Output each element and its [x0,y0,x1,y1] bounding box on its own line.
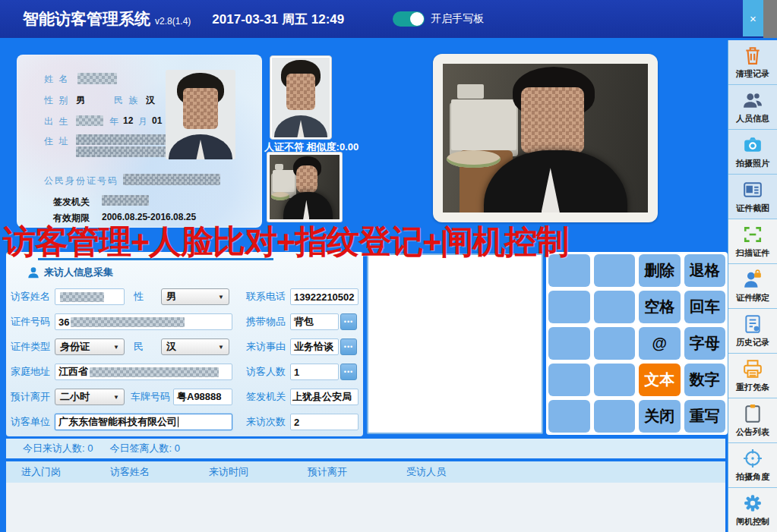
key-blank[interactable] [548,364,590,396]
carry-value: 背包 [294,315,314,329]
visitor-count-more-button[interactable]: ••• [340,364,357,380]
key-close[interactable]: 关闭 [639,400,681,433]
company-value: 广东东信智能科技有限公司 [58,415,177,429]
people-icon [743,90,763,110]
sidebar-item-label: 清理记录 [736,68,769,80]
card-validity-label: 有效期限 [53,212,90,225]
card-gender-label: 性 别 [44,94,69,107]
card-authority-redacted [102,195,149,206]
key-blank[interactable] [548,291,590,323]
sidebar-item-camera-angle[interactable]: 拍摄角度 [728,443,777,488]
card-idno-label: 公民身份证号码 [44,175,118,187]
ethnic-value: 汉 [166,340,176,354]
handwriting-toggle[interactable] [393,11,425,27]
portrait-face-pixelated [183,88,218,129]
sidebar-item-reprint-slip[interactable]: 重打凭条 [728,354,777,398]
visitor-name-label: 访客姓名 [11,288,50,305]
history-icon [743,314,763,334]
app-title: 智能访客管理系统 [23,8,150,30]
sidebar-item-label: 人员信息 [736,113,769,124]
sidebar-item-history[interactable]: 历史记录 [728,309,777,354]
company-input[interactable]: 广东东信智能科技有限公司 [55,414,232,430]
card-birth-year-redacted [76,115,103,126]
chevron-down-icon: ▼ [218,294,224,301]
key-blank[interactable] [594,291,636,323]
phone-value: 13922210502 [294,291,355,303]
sidebar-item-gate-control[interactable]: 闸机控制 [728,488,777,532]
key-at[interactable]: @ [639,327,681,360]
virtual-keyboard: 删除 退格 空格 回车 @ 字母 文本 数字 关闭 重写 [546,252,728,435]
key-blank[interactable] [594,400,636,433]
key-letters[interactable]: 字母 [684,327,726,360]
leave-time-label: 预计离开 [11,389,50,405]
id-type-select[interactable]: 身份证▼ [55,338,125,355]
ethnic-select[interactable]: 汉▼ [161,338,229,355]
card-name-label: 姓 名 [44,73,69,86]
card-year-label: 年 [109,115,120,128]
id-number-label: 证件号码 [11,313,50,330]
carry-label: 携带物品 [246,313,286,330]
key-enter[interactable]: 回车 [684,291,726,323]
authority-label: 签发机关 [246,389,286,405]
visitor-name-input[interactable] [55,288,125,305]
card-authority-label: 签发机关 [53,196,90,209]
visitors-today-count: 今日来访人数: 0 [23,442,93,455]
key-space[interactable]: 空格 [639,291,681,323]
sidebar-item-take-photo[interactable]: 拍摄照片 [728,130,777,175]
card-name-redacted [77,73,117,84]
col-visitor-name: 访客姓名 [95,465,194,479]
sidebar-item-personnel-info[interactable]: 人员信息 [728,85,777,130]
key-blank[interactable] [548,327,590,360]
col-host: 受访人员 [391,465,490,479]
title-bar: 智能访客管理系统 v2.8(1.4) 2017-03-31 周五 12:49 开… [0,0,763,38]
company-label: 访客单位 [11,414,50,430]
key-blank[interactable] [548,400,590,433]
trash-icon [743,46,763,65]
home-address-input[interactable]: 江西省 [55,364,232,380]
key-blank[interactable] [594,327,636,360]
key-delete[interactable]: 删除 [639,254,681,287]
carry-input[interactable]: 背包 [290,313,339,330]
redacted-name [60,292,104,302]
reason-value: 业务恰谈 [294,340,333,354]
id-number-input[interactable]: 36 [55,313,232,330]
scan-icon [743,225,763,244]
redacted-id-number [71,317,185,327]
id-type-label: 证件类型 [11,338,50,355]
home-address-label: 家庭地址 [11,364,50,380]
carry-more-button[interactable]: ••• [340,313,357,330]
sidebar-item-label: 公告列表 [736,427,769,438]
card-birth-day: 01 [152,115,162,126]
sidebar-item-id-screenshot[interactable]: 证件截图 [728,175,777,219]
sidebar-item-clear-records[interactable]: 清理记录 [728,40,777,85]
close-button[interactable]: × [743,0,763,36]
key-text-mode[interactable]: 文本 [639,364,681,396]
handwriting-pad[interactable] [367,253,543,434]
reason-more-button[interactable]: ••• [340,338,357,355]
captured-photo-thumbnail [267,153,342,222]
portrait-face-pixelated [286,74,315,110]
app-version: v2.8(1.4) [155,16,191,27]
plate-value: 粤A98888 [177,390,222,404]
chevron-down-icon: ▼ [218,344,224,351]
sidebar-item-id-binding[interactable]: 证件绑定 [728,264,777,309]
visit-times-input[interactable]: 2 [290,414,358,430]
scene-bowl [447,150,500,168]
key-blank[interactable] [548,254,590,287]
key-blank[interactable] [594,254,636,287]
id-card-panel: 姓 名 性 别 男 民 族 汉 出 生 年 12 月 01 日 住 址 公民身份… [17,55,262,228]
visitor-count-input[interactable]: 1 [290,364,339,380]
reason-input[interactable]: 业务恰谈 [290,338,339,355]
home-address-value: 江西省 [58,365,88,379]
sidebar-item-notice-list[interactable]: 公告列表 [728,398,777,443]
authority-input[interactable]: 上犹县公安局 [290,389,358,405]
plate-input[interactable]: 粤A98888 [173,389,232,405]
leave-time-select[interactable]: 二小时▼ [55,389,125,405]
gender-select[interactable]: 男▼ [161,288,229,305]
key-blank[interactable] [594,364,636,396]
sidebar-item-scan-id[interactable]: 扫描证件 [728,219,777,264]
phone-input[interactable]: 13922210502 [290,288,358,305]
key-numbers[interactable]: 数字 [684,364,726,396]
key-rewrite[interactable]: 重写 [684,400,726,433]
key-backspace[interactable]: 退格 [684,254,726,287]
